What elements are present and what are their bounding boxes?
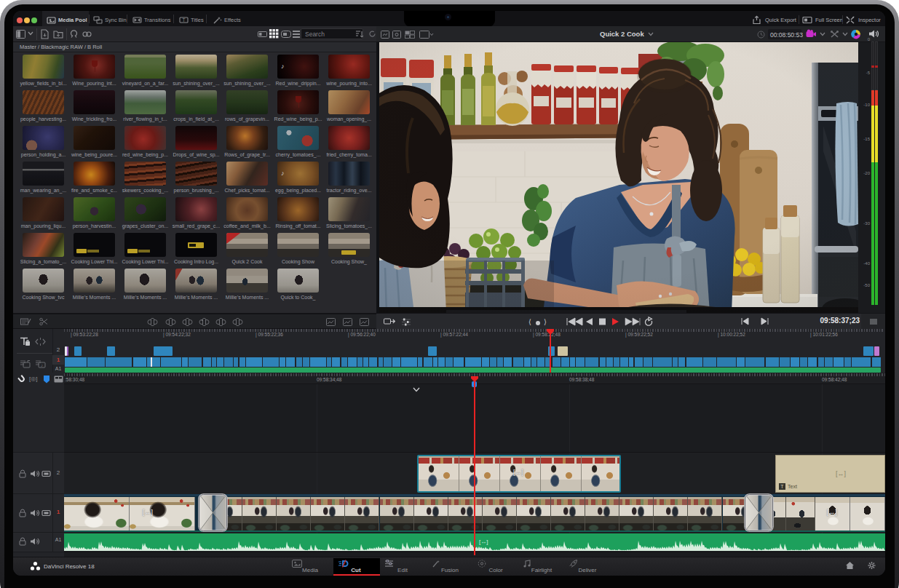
svg-text:♪: ♪ [41, 363, 43, 368]
svg-text:T: T [183, 17, 186, 23]
